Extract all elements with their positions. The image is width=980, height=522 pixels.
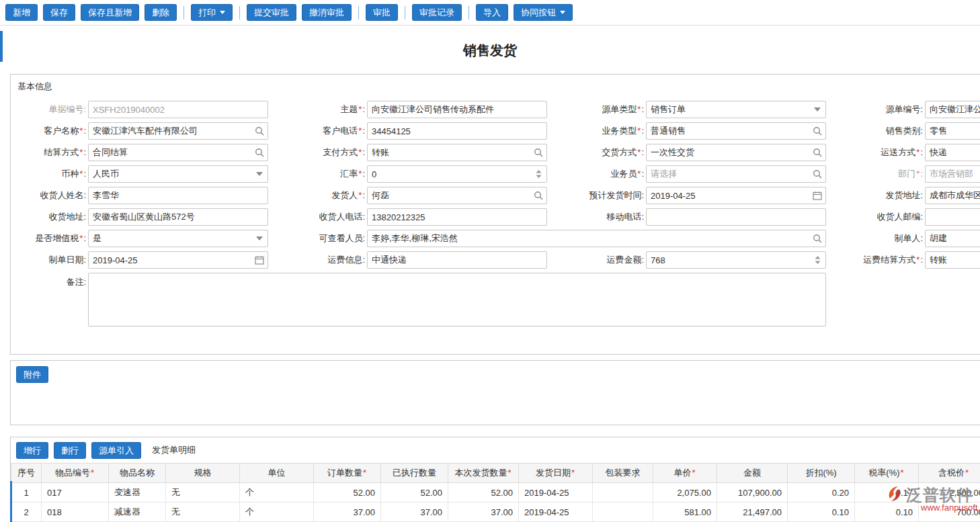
field-input-delivery-method[interactable]: 一次性交货 xyxy=(646,144,826,161)
table-cell[interactable]: 21,497.00 xyxy=(717,503,788,522)
toolbar-button-add-row[interactable]: 增行 xyxy=(16,442,48,459)
field-input-ship-address[interactable]: 成都市成华区 xyxy=(925,187,980,204)
search-icon[interactable] xyxy=(251,123,268,139)
field-input-doc-date[interactable]: 2019-04-25 xyxy=(88,251,268,269)
table-cell[interactable]: 018 xyxy=(42,503,109,522)
table-cell[interactable]: 52.00 xyxy=(314,483,381,503)
toolbar-button-import-source[interactable]: 源单引入 xyxy=(91,442,141,459)
field-input-remark[interactable] xyxy=(88,273,826,327)
table-cell[interactable]: 700.00 xyxy=(919,503,980,522)
table-cell[interactable]: 37.00 xyxy=(448,503,519,522)
field-input-vat-flag[interactable]: 是 xyxy=(88,230,268,247)
table-cell[interactable]: 无 xyxy=(166,503,240,522)
toolbar-button-import[interactable]: 导入 xyxy=(476,4,508,21)
field-input-expected-ship-time[interactable]: 2019-04-25 xyxy=(646,187,826,204)
field-input-doc-creator[interactable]: 胡建 xyxy=(925,230,980,247)
field-input-subject[interactable]: 向安徽江津公司销售传动系配件 xyxy=(367,101,547,118)
field-input-currency[interactable]: 人民币 xyxy=(88,165,268,183)
field-input-salesman[interactable]: 请选择 xyxy=(646,165,826,183)
field-input-consignee-phone[interactable]: 13820212325 xyxy=(367,208,547,226)
field-input-receive-address[interactable]: 安徽省蜀山区黄山路572号 xyxy=(88,208,268,226)
search-icon[interactable] xyxy=(530,144,546,161)
calendar-icon[interactable] xyxy=(809,187,825,204)
table-cell[interactable]: 0.10 xyxy=(788,503,855,522)
field-input-freight-settlement[interactable]: 转账 xyxy=(925,251,980,269)
field-input-source-no[interactable]: 向安徽江津公司 xyxy=(925,101,980,118)
search-icon[interactable] xyxy=(809,144,825,161)
toolbar-button-save[interactable]: 保存 xyxy=(43,4,75,21)
field-input-payment-method[interactable]: 转账 xyxy=(367,144,547,161)
field-input-doc-no[interactable]: XSFH2019040002 xyxy=(88,101,268,118)
table-cell[interactable]: 37.00 xyxy=(381,503,448,522)
table-cell[interactable]: 2,075.00 xyxy=(653,483,717,503)
table-cell[interactable]: 2019-04-25 xyxy=(519,483,593,503)
table-cell[interactable]: 52.00 xyxy=(381,483,448,503)
field-input-customer-phone[interactable]: 34454125 xyxy=(367,122,547,140)
search-icon[interactable] xyxy=(530,187,546,204)
field-input-settlement-method[interactable]: 合同结算 xyxy=(88,144,268,161)
field-input-source-type[interactable]: 销售订单 xyxy=(646,101,826,118)
toolbar-button-delete-row[interactable]: 删行 xyxy=(54,442,86,459)
field-label-text: 币种 xyxy=(61,169,79,179)
spinner-icon[interactable] xyxy=(809,252,825,268)
table-cell[interactable]: 0.17 xyxy=(855,483,919,503)
required-asterisk: * xyxy=(637,104,641,114)
dropdown-caret-icon[interactable] xyxy=(809,101,825,118)
toolbar-button-submit-approval[interactable]: 提交审批 xyxy=(247,4,296,21)
toolbar-button-delete[interactable]: 删除 xyxy=(145,4,177,21)
search-icon[interactable] xyxy=(251,144,268,161)
field-input-viewers[interactable]: 李婷,李华,柳琳,宋浩然 xyxy=(367,230,826,247)
field-input-business-type[interactable]: 普通销售 xyxy=(646,122,826,140)
toolbar-button-cancel-approval[interactable]: 撤消审批 xyxy=(302,4,352,21)
field-input-consignee-name[interactable]: 李雪华 xyxy=(88,187,268,204)
calendar-icon[interactable] xyxy=(251,252,268,268)
table-cell[interactable]: 无 xyxy=(166,483,240,503)
search-icon[interactable] xyxy=(809,166,825,182)
field-input-freight-amount[interactable]: 768 xyxy=(646,251,826,269)
field-input-shipping-method[interactable]: 快递 xyxy=(925,144,980,161)
toolbar-button-new[interactable]: 新增 xyxy=(5,4,38,21)
table-row[interactable]: 1017变速器无个52.0052.0052.002019-04-252,075.… xyxy=(11,483,980,503)
toolbar-button-approval-record[interactable]: 审批记录 xyxy=(412,4,462,21)
table-cell[interactable]: 52.00 xyxy=(448,483,519,503)
dropdown-caret-icon[interactable] xyxy=(251,166,268,182)
table-cell[interactable] xyxy=(593,483,653,503)
search-icon[interactable] xyxy=(809,123,825,139)
field-doc-no: 单据编号:XSFH2019040002 xyxy=(12,99,291,120)
toolbar-button-approve[interactable]: 审批 xyxy=(366,4,398,21)
table-cell[interactable] xyxy=(593,503,653,522)
field-input-exchange-rate[interactable]: 0 xyxy=(367,165,547,183)
table-cell[interactable]: 2 xyxy=(11,503,42,522)
table-cell[interactable]: 减速器 xyxy=(109,503,166,522)
field-input-shipper[interactable]: 何磊 xyxy=(367,187,547,204)
table-cell[interactable]: 1 xyxy=(11,483,42,503)
table-cell[interactable]: 2,500.00 xyxy=(919,483,980,503)
table-row[interactable]: 2018减速器无个37.0037.0037.002019-04-25581.00… xyxy=(11,503,980,522)
spinner-icon[interactable] xyxy=(530,166,546,182)
toolbar-button-collaborate[interactable]: 协同按钮 xyxy=(514,4,573,21)
attachment-button[interactable]: 附件 xyxy=(16,366,48,383)
table-cell[interactable]: 0.10 xyxy=(855,503,919,522)
table-cell[interactable]: 37.00 xyxy=(314,503,381,522)
table-cell[interactable]: 2019-04-25 xyxy=(519,503,593,522)
field-value-expected-ship-time: 2019-04-25 xyxy=(647,191,809,201)
field-label-exchange-rate: 汇率*: xyxy=(291,168,365,180)
table-cell[interactable]: 变速器 xyxy=(109,483,166,503)
table-cell[interactable]: 个 xyxy=(240,483,314,503)
toolbar-button-print[interactable]: 打印 xyxy=(191,4,233,21)
table-cell[interactable]: 017 xyxy=(42,483,109,503)
field-input-customer-name[interactable]: 安徽江津汽车配件有限公司 xyxy=(88,122,268,140)
field-input-mobile-phone[interactable] xyxy=(646,208,826,226)
table-cell[interactable]: 0.20 xyxy=(788,483,855,503)
field-input-consignee-zip[interactable] xyxy=(925,208,980,226)
basic-info-panel: 基本信息 单据编号:XSFH2019040002主题*:向安徽江津公司销售传动系… xyxy=(10,74,980,355)
table-cell[interactable]: 581.00 xyxy=(653,503,717,522)
toolbar-button-save-and-new[interactable]: 保存且新增 xyxy=(81,4,139,21)
field-input-sales-category[interactable]: 零售 xyxy=(925,122,980,140)
field-input-freight-info[interactable]: 中通快递 xyxy=(367,251,547,269)
table-cell[interactable]: 个 xyxy=(240,503,314,522)
field-input-department[interactable]: 市场营销部 xyxy=(925,165,980,183)
search-icon[interactable] xyxy=(809,230,825,247)
dropdown-caret-icon[interactable] xyxy=(251,230,268,247)
table-cell[interactable]: 107,900.00 xyxy=(717,483,788,503)
